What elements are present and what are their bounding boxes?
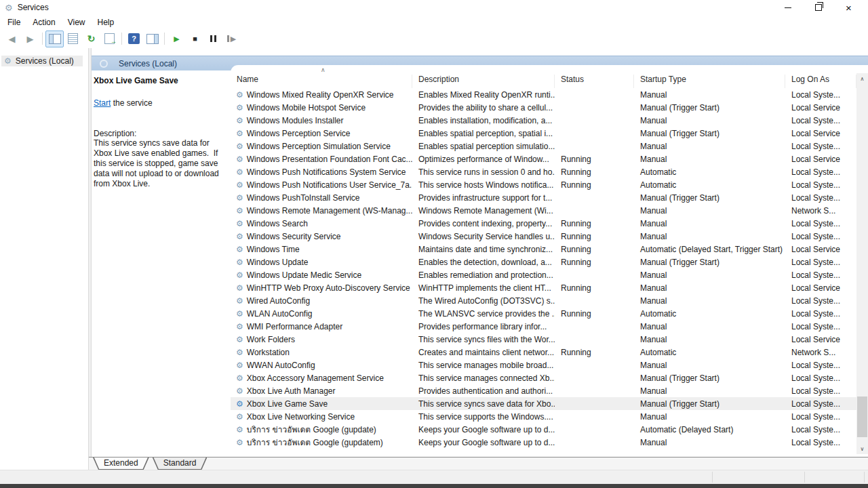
column-header-description[interactable]: Description xyxy=(412,75,555,88)
toolbar-separator xyxy=(164,33,165,45)
minimize-button[interactable] xyxy=(772,0,803,15)
column-header-log-on-as[interactable]: Log On As xyxy=(785,75,856,88)
vertical-scrollbar[interactable]: ∧ ∨ xyxy=(856,73,868,454)
table-row[interactable]: ⚙Windows SearchProvides content indexing… xyxy=(231,217,856,230)
service-name-cell: ⚙Windows Update Medic Service xyxy=(231,270,412,280)
tree-item-label: Services (Local) xyxy=(16,56,74,66)
service-gear-icon: ⚙ xyxy=(236,142,243,150)
table-row[interactable]: ⚙Windows PushToInstall ServiceProvides i… xyxy=(231,191,856,204)
console-tree-icon xyxy=(49,34,61,44)
menu-file[interactable]: File xyxy=(1,16,26,28)
table-row[interactable]: ⚙Windows Push Notifications System Servi… xyxy=(231,165,856,178)
restore-button[interactable] xyxy=(803,0,833,15)
title-bar: ⚙ Services × xyxy=(0,0,868,15)
service-logon-cell: Local Syste... xyxy=(785,296,856,306)
help-button[interactable]: ? xyxy=(125,30,143,47)
service-name: Windows Update xyxy=(247,258,309,267)
service-gear-icon: ⚙ xyxy=(236,129,243,138)
menu-help[interactable]: Help xyxy=(92,16,121,28)
service-name-cell: ⚙Windows Security Service xyxy=(231,232,412,241)
service-gear-icon: ⚙ xyxy=(236,232,243,241)
table-row[interactable]: ⚙Windows Security ServiceWindows Securit… xyxy=(231,230,856,243)
table-row[interactable]: ⚙WLAN AutoConfigThe WLANSVC service prov… xyxy=(231,307,856,320)
service-gear-icon: ⚙ xyxy=(236,361,243,369)
table-row[interactable]: ⚙WWAN AutoConfigThis service manages mob… xyxy=(231,359,856,371)
service-description-cell: Creates and maintains client networ... xyxy=(412,348,555,357)
table-row[interactable]: ⚙WorkstationCreates and maintains client… xyxy=(231,346,856,359)
export-list-button[interactable]: → xyxy=(100,30,119,47)
table-row[interactable]: ⚙Windows Perception ServiceEnables spati… xyxy=(231,127,856,140)
show-action-pane-button[interactable] xyxy=(143,30,161,47)
table-row[interactable]: ⚙WMI Performance AdapterProvides perform… xyxy=(231,320,856,333)
service-startup-type-cell: Automatic (Delayed Start, Trigger Start) xyxy=(634,245,785,254)
service-startup-type-cell: Automatic xyxy=(634,348,785,357)
toolbar-separator xyxy=(42,33,43,45)
refresh-button[interactable]: ↻ xyxy=(82,30,100,47)
table-row[interactable]: ⚙Windows TimeMaintains date and time syn… xyxy=(231,243,856,256)
scrollbar-thumb[interactable] xyxy=(857,396,867,437)
table-row[interactable]: ⚙บริการ ข่าวอัพเดต Google (gupdatem)Keep… xyxy=(231,436,856,449)
stop-service-button[interactable]: ■ xyxy=(186,30,204,47)
table-row[interactable]: ⚙Xbox Live Networking ServiceThis servic… xyxy=(231,410,856,423)
scroll-up-icon[interactable]: ∧ xyxy=(856,73,868,84)
restart-service-button[interactable]: ▶ xyxy=(222,30,241,47)
service-startup-type-cell: Manual xyxy=(634,206,785,216)
properties-button[interactable] xyxy=(64,30,82,47)
extended-info-pane: Xbox Live Game Save Start the service De… xyxy=(92,70,231,189)
service-logon-cell: Network S... xyxy=(785,206,856,216)
table-row[interactable]: ⚙Xbox Live Auth ManagerProvides authenti… xyxy=(231,384,856,397)
start-service-link[interactable]: Start xyxy=(94,98,111,108)
table-row[interactable]: ⚙Work FoldersThis service syncs files wi… xyxy=(231,333,856,346)
service-logon-cell: Network S... xyxy=(785,348,856,357)
service-name-cell: ⚙บริการ ข่าวอัพเดต Google (gupdate) xyxy=(231,423,412,436)
pause-service-button[interactable] xyxy=(204,30,222,47)
service-description-cell: This service manages connected Xb... xyxy=(412,373,555,383)
service-gear-icon: ⚙ xyxy=(236,387,243,395)
tab-standard[interactable]: Standard xyxy=(153,458,208,470)
tree-item-services-local[interactable]: ⚙ Services (Local) xyxy=(1,56,83,66)
close-button[interactable]: × xyxy=(833,0,864,15)
service-logon-cell: Local Syste... xyxy=(785,399,856,409)
toolbar: ◀ ▶ ↻ → ? ▶ ■ ▶ xyxy=(0,29,868,49)
table-row[interactable]: ⚙Wired AutoConfigThe Wired AutoConfig (D… xyxy=(231,294,856,307)
table-row[interactable]: ⚙Windows UpdateEnables the detection, do… xyxy=(231,256,856,268)
table-row[interactable]: ⚙Xbox Live Game SaveThis service syncs s… xyxy=(231,397,856,410)
table-row[interactable]: ⚙Windows Remote Management (WS-Manag...W… xyxy=(231,204,856,217)
selected-service-title: Xbox Live Game Save xyxy=(94,76,231,85)
show-console-tree-button[interactable] xyxy=(45,30,64,47)
service-description-cell: This service supports the Windows.... xyxy=(412,412,555,422)
table-row[interactable]: ⚙Windows Presentation Foundation Font Ca… xyxy=(231,152,856,165)
service-name: Wired AutoConfig xyxy=(247,296,310,306)
column-header-status[interactable]: Status xyxy=(555,75,634,88)
back-arrow-icon: ◀ xyxy=(9,35,16,43)
scroll-down-icon[interactable]: ∨ xyxy=(856,443,868,454)
menu-action[interactable]: Action xyxy=(26,16,61,28)
service-name-cell: ⚙Windows PushToInstall Service xyxy=(231,193,412,203)
table-row[interactable]: ⚙Xbox Accessory Management ServiceThis s… xyxy=(231,371,856,384)
service-gear-icon: ⚙ xyxy=(236,117,243,125)
service-gear-icon: ⚙ xyxy=(236,104,243,112)
service-name: WLAN AutoConfig xyxy=(247,309,313,319)
table-row[interactable]: ⚙Windows Mixed Reality OpenXR ServiceEna… xyxy=(231,88,856,101)
back-button[interactable]: ◀ xyxy=(3,30,21,47)
table-row[interactable]: ⚙WinHTTP Web Proxy Auto-Discovery Servic… xyxy=(231,281,856,294)
table-row[interactable]: ⚙Windows Push Notifications User Service… xyxy=(231,178,856,191)
table-row[interactable]: ⚙Windows Modules InstallerEnables instal… xyxy=(231,114,856,127)
column-header-startup-type[interactable]: Startup Type xyxy=(634,75,785,88)
tab-extended[interactable]: Extended xyxy=(93,458,149,470)
service-logon-cell: Local Syste... xyxy=(785,386,856,396)
service-description-cell: Keeps your Google software up to d... xyxy=(412,438,555,447)
service-name: Windows Time xyxy=(247,245,300,254)
services-node-gear-icon: ⚙ xyxy=(4,57,12,65)
menu-bar: File Action View Help xyxy=(0,15,868,29)
forward-button[interactable]: ▶ xyxy=(21,30,39,47)
table-row[interactable]: ⚙บริการ ข่าวอัพเดต Google (gupdate)Keeps… xyxy=(231,423,856,436)
table-row[interactable]: ⚙Windows Mobile Hotspot ServiceProvides … xyxy=(231,101,856,114)
table-row[interactable]: ⚙Windows Perception Simulation ServiceEn… xyxy=(231,140,856,152)
menu-view[interactable]: View xyxy=(62,16,92,28)
start-service-suffix: the service xyxy=(111,98,152,108)
start-service-button[interactable]: ▶ xyxy=(167,30,186,47)
column-header-name[interactable]: Name xyxy=(231,75,412,88)
table-row[interactable]: ⚙Windows Update Medic ServiceEnables rem… xyxy=(231,268,856,281)
service-name: Xbox Accessory Management Service xyxy=(247,373,384,383)
